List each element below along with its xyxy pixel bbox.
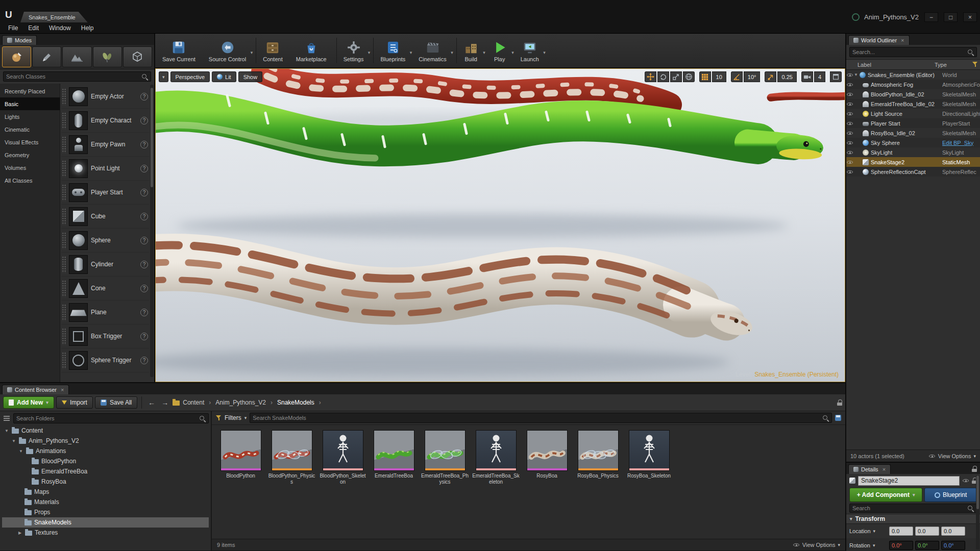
category-basic[interactable]: Basic (0, 97, 60, 110)
modes-scrollbar[interactable] (150, 85, 154, 377)
outliner-row-atmospheric-fog[interactable]: Atmospheric FogAtmosphericFog (846, 80, 980, 89)
search-assets-input[interactable] (253, 415, 822, 421)
save-current-button[interactable]: Save Current (157, 35, 204, 66)
dropdown-caret[interactable]: ▾ (451, 50, 453, 55)
placeable-empty-pawn[interactable]: Empty Pawn? (61, 133, 149, 157)
dropdown-caret[interactable]: ▾ (483, 50, 485, 55)
folder-textures[interactable]: ▶Textures (2, 528, 209, 538)
transform-section-header[interactable]: ▾ Transform (846, 514, 980, 524)
outliner-search-input[interactable] (852, 49, 967, 55)
placeable-empty-actor[interactable]: Empty Actor? (61, 85, 149, 109)
details-search-box[interactable] (849, 504, 977, 513)
search-classes-box[interactable] (3, 71, 151, 82)
outliner-row-emeraldtreeboa[interactable]: EmeraldTreeBoa_Idle_02SkeletalMesh (846, 99, 980, 109)
folder-maps[interactable]: Maps (2, 487, 209, 497)
outliner-row-sky-sphere[interactable]: Sky SphereEdit BP_Sky (846, 138, 980, 147)
details-scrollbar[interactable] (976, 475, 979, 549)
help-icon[interactable]: ? (140, 261, 148, 268)
rotation-snap-toggle[interactable] (731, 71, 743, 82)
help-icon[interactable]: ? (140, 213, 148, 220)
source-control-button[interactable]: Source Control ▾ (204, 35, 254, 66)
asset-emeraldtreeboa-skeleton[interactable]: EmeraldTreeBoa_Skeleton (472, 430, 520, 485)
menu-help[interactable]: Help (76, 23, 99, 33)
asset-emeraldtreeboa[interactable]: EmeraldTreeBoa (370, 430, 418, 479)
viewport-options-button[interactable]: ▾ (159, 71, 168, 82)
dropdown-caret[interactable]: ▾ (410, 50, 412, 55)
launch-button[interactable]: Launch ▾ (516, 35, 547, 66)
grid-snap-toggle[interactable] (699, 71, 711, 82)
visibility-eye-icon[interactable] (846, 140, 853, 146)
save-search-icon[interactable] (835, 415, 841, 421)
rotation-label[interactable]: Rotation▾ (849, 542, 887, 548)
dropdown-caret[interactable]: ▾ (368, 50, 371, 55)
actor-name-field[interactable] (858, 476, 960, 486)
folder-snakemodels[interactable]: SnakeModels (2, 517, 209, 528)
eye-icon[interactable] (962, 478, 969, 484)
column-type[interactable]: Type (935, 62, 972, 68)
help-icon[interactable]: ? (140, 165, 148, 172)
rotation-y-field[interactable] (915, 541, 939, 550)
outliner-row-rosyboa[interactable]: RosyBoa_Idle_02SkeletalMesh (846, 128, 980, 138)
asset-rosyboa[interactable]: RosyBoa (523, 430, 571, 479)
help-icon[interactable]: ? (140, 141, 148, 148)
mode-landscape-button[interactable] (62, 46, 91, 67)
close-button[interactable]: × (963, 12, 977, 22)
column-label[interactable]: Label (857, 62, 935, 68)
search-classes-input[interactable] (6, 73, 141, 80)
visibility-eye-icon[interactable] (846, 130, 853, 136)
visibility-eye-icon[interactable] (846, 111, 853, 117)
category-lights[interactable]: Lights (0, 110, 60, 123)
expand-arrow[interactable]: ▼ (853, 72, 859, 77)
back-button[interactable]: ← (146, 398, 157, 407)
outliner-column-headers[interactable]: Label Type (846, 60, 980, 70)
folder-content[interactable]: ▼Content (2, 425, 209, 436)
scrollbar-thumb[interactable] (976, 475, 979, 509)
edit-blueprint-link[interactable]: Edit BP_Sky (942, 140, 980, 146)
close-tab-icon[interactable]: × (901, 37, 904, 43)
asset-bloodpython-skeleton[interactable]: BloodPython_Skeleton (319, 430, 366, 485)
visibility-eye-icon[interactable] (846, 91, 853, 97)
tab-details[interactable]: Details × (848, 464, 891, 474)
search-folders-input[interactable] (16, 415, 199, 421)
folder-materials[interactable]: Materials (2, 497, 209, 507)
search-assets-box[interactable] (250, 413, 832, 423)
placeable-point-light[interactable]: Point Light? (61, 157, 149, 181)
visibility-eye-icon[interactable] (846, 169, 853, 175)
rotation-x-field[interactable] (889, 541, 913, 550)
expand-arrow[interactable]: ▼ (11, 439, 16, 443)
expand-arrow[interactable]: ▼ (4, 429, 9, 433)
tab-modes[interactable]: Modes (2, 35, 37, 45)
rotation-snap-value[interactable]: 10° (744, 71, 761, 82)
location-x-field[interactable] (889, 527, 913, 536)
lit-mode-button[interactable]: Lit (212, 71, 236, 82)
help-icon[interactable]: ? (140, 189, 148, 196)
settings-button[interactable]: Settings ▾ (338, 35, 372, 66)
add-new-button[interactable]: Add New▾ (3, 396, 54, 409)
asset-bloodpython[interactable]: BloodPython (217, 430, 264, 479)
expand-arrow[interactable]: ▼ (18, 449, 23, 454)
outliner-row-skylight[interactable]: SkyLightSkyLight (846, 147, 980, 157)
outliner-row-world[interactable]: ▼Snakes_Ensemble (Editor)World (846, 70, 980, 80)
play-button[interactable]: Play ▾ (487, 35, 516, 66)
mode-foliage-button[interactable] (93, 46, 122, 67)
help-icon[interactable]: ? (140, 309, 148, 316)
folder-anim-pythons-v2[interactable]: ▼Anim_Pythons_V2 (2, 436, 209, 446)
placeable-plane[interactable]: Plane? (61, 300, 149, 324)
placeable-cube[interactable]: Cube? (61, 205, 149, 229)
world-local-toggle[interactable] (683, 71, 695, 82)
show-button[interactable]: Show (238, 71, 263, 82)
scrollbar-thumb[interactable] (151, 88, 153, 187)
category-all-classes[interactable]: All Classes (0, 174, 60, 187)
marketplace-button[interactable]: Marketplace (291, 35, 335, 66)
filters-button[interactable]: Filters (225, 414, 241, 421)
build-button[interactable]: Build ▾ (458, 35, 487, 66)
folder-animations[interactable]: ▼Animations (2, 446, 209, 456)
outliner-row-snakestage2[interactable]: SnakeStage2StaticMesh (846, 157, 980, 167)
category-visual-effects[interactable]: Visual Effects (0, 136, 60, 148)
category-cinematic[interactable]: Cinematic (0, 123, 60, 136)
category-volumes[interactable]: Volumes (0, 161, 60, 174)
placeable-player-start[interactable]: Player Start? (61, 181, 149, 205)
placeable-cone[interactable]: Cone? (61, 277, 149, 300)
grid-snap-value[interactable]: 10 (712, 71, 726, 82)
lock-icon[interactable] (837, 399, 842, 406)
